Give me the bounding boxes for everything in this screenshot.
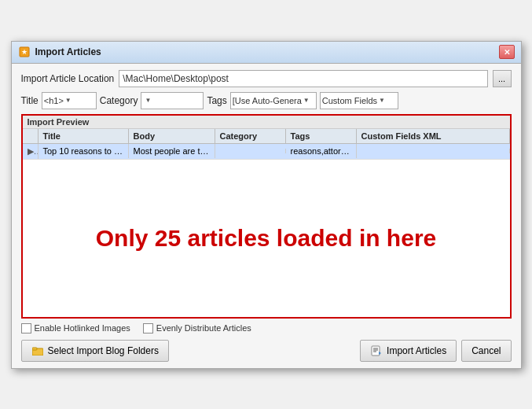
- title-dropdown-arrow: ▼: [65, 97, 72, 104]
- custom-fields-dropdown-arrow: ▼: [379, 97, 385, 104]
- cancel-label: Cancel: [471, 345, 501, 356]
- folder-icon: [31, 345, 44, 357]
- import-location-label: Import Article Location: [21, 73, 115, 84]
- table-row[interactable]: ▶ Top 10 reasons to h... Most people are…: [23, 144, 510, 160]
- right-buttons: Import Articles Cancel: [360, 340, 511, 362]
- dialog-title: Import Articles: [35, 46, 101, 57]
- td-tags: reasons,attorney,s...: [286, 144, 357, 158]
- preview-header: Import Preview: [23, 116, 510, 129]
- td-custom-fields: [357, 149, 510, 153]
- th-body: Body: [129, 129, 215, 143]
- category-select[interactable]: ▼: [141, 92, 204, 109]
- import-articles-label: Import Articles: [387, 345, 446, 356]
- custom-fields-select[interactable]: Custom Fields ▼: [320, 92, 398, 109]
- svg-rect-3: [32, 348, 37, 350]
- th-tags: Tags: [286, 129, 357, 143]
- th-custom-fields: Custom Fields XML: [357, 129, 510, 143]
- th-title: Title: [39, 129, 129, 143]
- th-category: Category: [215, 129, 286, 143]
- enable-hotlinked-checkbox[interactable]: [21, 323, 31, 333]
- import-location-row: Import Article Location ...: [21, 70, 512, 87]
- evenly-distribute-checkbox[interactable]: [143, 323, 153, 333]
- cancel-button[interactable]: Cancel: [461, 340, 511, 362]
- td-title: Top 10 reasons to h...: [39, 144, 129, 158]
- tags-value: [Use Auto-Genera: [233, 96, 302, 105]
- close-button[interactable]: ✕: [499, 45, 515, 59]
- title-label: Title: [21, 95, 39, 106]
- category-label: Category: [100, 95, 138, 106]
- enable-hotlinked-label[interactable]: Enable Hotlinked Images: [21, 323, 130, 333]
- custom-fields-value: Custom Fields: [322, 96, 377, 105]
- tags-label: Tags: [207, 95, 226, 106]
- title-select[interactable]: <h1> ▼: [42, 92, 97, 109]
- category-dropdown-arrow: ▼: [145, 97, 151, 104]
- preview-message: Only 25 articles loaded in here: [80, 209, 453, 267]
- dialog-icon: ★: [18, 46, 31, 58]
- select-import-folders-button[interactable]: Select Import Blog Folders: [21, 340, 169, 362]
- tags-select[interactable]: [Use Auto-Genera ▼: [230, 92, 317, 109]
- import-articles-button[interactable]: Import Articles: [360, 340, 457, 362]
- svg-text:★: ★: [21, 48, 28, 56]
- title-value: <h1>: [44, 96, 64, 105]
- enable-hotlinked-text: Enable Hotlinked Images: [35, 323, 130, 333]
- import-location-input[interactable]: [119, 70, 487, 87]
- tags-dropdown-arrow: ▼: [303, 97, 310, 104]
- import-preview-section: Import Preview Title Body Category Tags …: [21, 114, 512, 319]
- td-body: Most people are tur...: [129, 144, 215, 158]
- button-row: Select Import Blog Folders Import Articl…: [21, 340, 512, 362]
- bottom-options: Enable Hotlinked Images Evenly Distribut…: [21, 323, 512, 333]
- svg-rect-4: [372, 346, 380, 356]
- th-expand: [23, 129, 39, 143]
- title-bar: ★ Import Articles ✕: [12, 42, 521, 64]
- import-articles-dialog: ★ Import Articles ✕ Import Article Locat…: [11, 41, 522, 369]
- td-category: [215, 149, 286, 153]
- dialog-body: Import Article Location ... Title <h1> ▼…: [12, 64, 521, 368]
- preview-content: Only 25 articles loaded in here: [23, 160, 510, 317]
- table-header: Title Body Category Tags Custom Fields X…: [23, 129, 510, 144]
- evenly-distribute-label[interactable]: Evenly Distribute Articles: [143, 323, 251, 333]
- td-expand: ▶: [23, 144, 39, 159]
- fields-row: Title <h1> ▼ Category ▼ Tags [Use Auto-G…: [21, 92, 512, 109]
- evenly-distribute-text: Evenly Distribute Articles: [156, 323, 251, 333]
- title-bar-left: ★ Import Articles: [18, 46, 101, 58]
- select-import-folders-label: Select Import Blog Folders: [48, 345, 159, 356]
- import-icon: [370, 345, 383, 357]
- browse-button[interactable]: ...: [493, 70, 512, 87]
